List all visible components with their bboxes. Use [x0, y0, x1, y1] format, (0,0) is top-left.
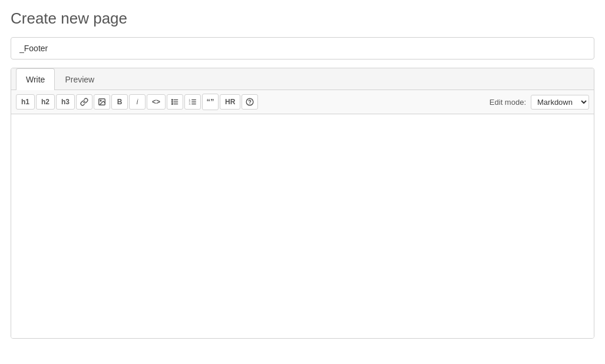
h2-button[interactable]: h2: [36, 94, 55, 110]
svg-text:3.: 3.: [189, 102, 191, 105]
bold-button[interactable]: B: [111, 94, 128, 110]
svg-point-5: [172, 100, 173, 101]
ordered-list-button[interactable]: 1. 2. 3.: [184, 94, 201, 110]
edit-mode-select[interactable]: Markdown WYSIWYG Plain: [531, 95, 589, 110]
page-name-input[interactable]: [11, 37, 594, 59]
svg-point-1: [100, 100, 101, 101]
h1-button[interactable]: h1: [16, 94, 35, 110]
svg-point-7: [172, 104, 173, 105]
hr-button[interactable]: HR: [220, 94, 240, 110]
link-button[interactable]: [76, 94, 92, 110]
content-textarea[interactable]: [11, 114, 594, 338]
tab-preview[interactable]: Preview: [55, 68, 104, 90]
unordered-list-button[interactable]: [167, 94, 183, 110]
help-button[interactable]: [242, 94, 258, 110]
svg-point-6: [172, 101, 173, 102]
image-button[interactable]: [94, 94, 110, 110]
editor-container: Write Preview h1 h2 h3 B i <>: [11, 68, 594, 339]
blockquote-button[interactable]: “”: [202, 94, 219, 110]
edit-mode-label: Edit mode:: [490, 98, 526, 107]
toolbar: h1 h2 h3 B i <>: [11, 90, 594, 114]
page-title: Create new page: [11, 9, 594, 28]
h3-button[interactable]: h3: [56, 94, 75, 110]
italic-button[interactable]: i: [129, 94, 146, 110]
code-button[interactable]: <>: [147, 94, 166, 110]
tab-write[interactable]: Write: [16, 68, 55, 90]
tabs-bar: Write Preview: [11, 68, 594, 90]
